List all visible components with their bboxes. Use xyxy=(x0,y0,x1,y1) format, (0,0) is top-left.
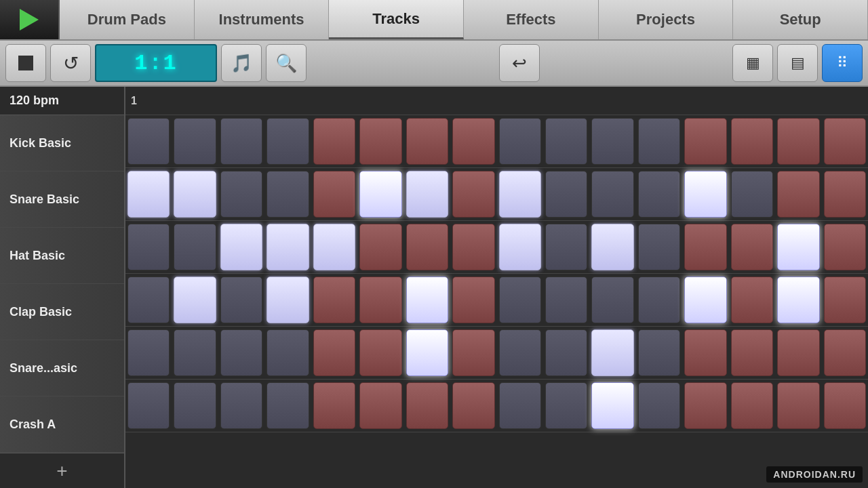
track-label-crash-a[interactable]: Crash A xyxy=(0,396,124,453)
pad[interactable] xyxy=(684,382,726,429)
pad[interactable] xyxy=(824,224,866,270)
pad[interactable] xyxy=(731,171,773,218)
pad[interactable] xyxy=(452,277,494,323)
stop-button[interactable] xyxy=(5,44,46,82)
pad[interactable] xyxy=(406,329,448,376)
pad[interactable] xyxy=(684,118,726,165)
pad[interactable] xyxy=(545,171,587,218)
pad[interactable] xyxy=(127,277,170,323)
pad[interactable] xyxy=(406,171,448,218)
track-label-hat-basic[interactable]: Hat Basic xyxy=(0,228,124,284)
pad[interactable] xyxy=(220,118,262,165)
pad[interactable] xyxy=(174,329,216,376)
pad[interactable] xyxy=(174,277,216,323)
pad[interactable] xyxy=(452,329,494,376)
pad[interactable] xyxy=(267,171,309,218)
pad[interactable] xyxy=(267,382,309,429)
pad[interactable] xyxy=(545,224,587,270)
pad[interactable] xyxy=(174,171,216,218)
tab-drum-pads[interactable]: Drum Pads xyxy=(60,0,195,39)
pad[interactable] xyxy=(359,277,401,323)
undo-button[interactable]: ↩ xyxy=(499,44,540,82)
pad[interactable] xyxy=(174,224,216,270)
track-label-clap-basic[interactable]: Clap Basic xyxy=(0,284,124,340)
pad[interactable] xyxy=(824,118,866,165)
pad[interactable] xyxy=(499,118,541,165)
pad[interactable] xyxy=(591,382,633,429)
pad[interactable] xyxy=(499,224,541,270)
pad[interactable] xyxy=(127,329,170,376)
pad[interactable] xyxy=(824,329,866,376)
pad[interactable] xyxy=(359,329,401,376)
pad[interactable] xyxy=(127,171,170,218)
pad[interactable] xyxy=(731,382,773,429)
pad[interactable] xyxy=(220,382,262,429)
play-button[interactable] xyxy=(0,0,60,39)
pad[interactable] xyxy=(406,277,448,323)
pad[interactable] xyxy=(824,277,866,323)
add-track-button[interactable]: + xyxy=(0,453,124,488)
pad[interactable] xyxy=(499,329,541,376)
pad[interactable] xyxy=(824,171,866,218)
pad[interactable] xyxy=(638,118,680,165)
pad[interactable] xyxy=(127,224,170,270)
pad[interactable] xyxy=(313,277,355,323)
pad[interactable] xyxy=(777,118,819,165)
tab-tracks[interactable]: Tracks xyxy=(329,0,464,39)
loop-button[interactable]: ↺ xyxy=(50,44,91,82)
pad[interactable] xyxy=(591,118,633,165)
pad[interactable] xyxy=(359,382,401,429)
grid-view-3-button[interactable]: ⠿ xyxy=(822,44,863,82)
pad[interactable] xyxy=(174,382,216,429)
pad[interactable] xyxy=(452,224,494,270)
pad[interactable] xyxy=(638,329,680,376)
pad[interactable] xyxy=(220,277,262,323)
pad[interactable] xyxy=(313,118,355,165)
track-label-snare-basic[interactable]: Snare Basic xyxy=(0,171,124,228)
pad[interactable] xyxy=(591,224,633,270)
metronome-button[interactable]: 🎵 xyxy=(221,44,262,82)
pad[interactable] xyxy=(499,382,541,429)
pad[interactable] xyxy=(591,171,633,218)
pad[interactable] xyxy=(313,171,355,218)
pad[interactable] xyxy=(684,224,726,270)
pad[interactable] xyxy=(777,224,819,270)
pad[interactable] xyxy=(359,171,401,218)
tab-setup[interactable]: Setup xyxy=(733,0,868,39)
pad[interactable] xyxy=(359,224,401,270)
pad[interactable] xyxy=(359,118,401,165)
pad[interactable] xyxy=(452,118,494,165)
pad[interactable] xyxy=(267,224,309,270)
pad[interactable] xyxy=(545,382,587,429)
pad[interactable] xyxy=(545,118,587,165)
track-label-kick-basic[interactable]: Kick Basic xyxy=(0,115,124,171)
pad[interactable] xyxy=(545,329,587,376)
pad[interactable] xyxy=(777,277,819,323)
pad[interactable] xyxy=(127,382,170,429)
pad[interactable] xyxy=(267,329,309,376)
pad[interactable] xyxy=(313,329,355,376)
pad[interactable] xyxy=(452,382,494,429)
track-label-snare-asic[interactable]: Snare...asic xyxy=(0,340,124,396)
pad[interactable] xyxy=(638,382,680,429)
pad[interactable] xyxy=(638,224,680,270)
pad[interactable] xyxy=(684,277,726,323)
pad[interactable] xyxy=(499,277,541,323)
pad[interactable] xyxy=(638,171,680,218)
pad[interactable] xyxy=(731,118,773,165)
pad[interactable] xyxy=(406,118,448,165)
pad[interactable] xyxy=(267,118,309,165)
pad[interactable] xyxy=(267,277,309,323)
pad[interactable] xyxy=(731,224,773,270)
pad[interactable] xyxy=(591,329,633,376)
pad[interactable] xyxy=(777,171,819,218)
pad[interactable] xyxy=(127,118,170,165)
search-button[interactable]: 🔍 xyxy=(266,44,307,82)
pad[interactable] xyxy=(545,277,587,323)
pad[interactable] xyxy=(313,224,355,270)
pad[interactable] xyxy=(499,171,541,218)
tab-projects[interactable]: Projects xyxy=(599,0,734,39)
pad[interactable] xyxy=(220,224,262,270)
pad[interactable] xyxy=(777,329,819,376)
pad[interactable] xyxy=(824,382,866,429)
